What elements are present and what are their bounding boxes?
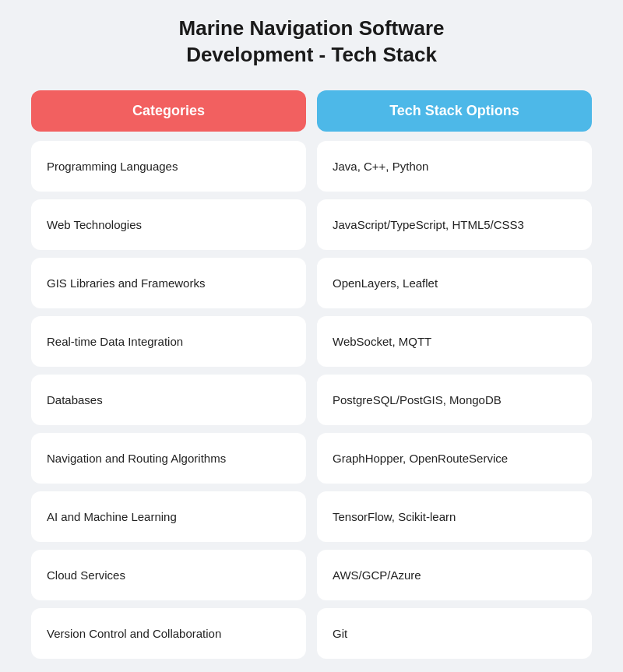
techstack-cell: Java, C++, Python — [317, 141, 592, 192]
category-cell: Real-time Data Integration — [31, 316, 306, 367]
techstack-cell: AWS/GCP/Azure — [317, 550, 592, 600]
page-container: Marine Navigation Software Development -… — [0, 0, 623, 672]
table-row: Version Control and CollaborationGit — [31, 608, 592, 659]
table-row: AI and Machine LearningTensorFlow, Sciki… — [31, 491, 592, 542]
table-row: Web TechnologiesJavaScript/TypeScript, H… — [31, 199, 592, 250]
category-cell: AI and Machine Learning — [31, 491, 306, 542]
table-row: Navigation and Routing AlgorithmsGraphHo… — [31, 433, 592, 484]
techstack-cell: JavaScript/TypeScript, HTML5/CSS3 — [317, 199, 592, 250]
category-cell: Web Technologies — [31, 199, 306, 250]
category-cell: Cloud Services — [31, 550, 306, 600]
category-cell: Programming Languages — [31, 141, 306, 192]
techstack-cell: OpenLayers, Leaflet — [317, 258, 592, 308]
techstack-cell: GraphHopper, OpenRouteService — [317, 433, 592, 484]
table-row: Real-time Data IntegrationWebSocket, MQT… — [31, 316, 592, 367]
category-cell: Databases — [31, 375, 306, 425]
table-row: DatabasesPostgreSQL/PostGIS, MongoDB — [31, 375, 592, 425]
techstack-cell: TensorFlow, Scikit-learn — [317, 491, 592, 542]
techstack-cell: Git — [317, 608, 592, 659]
techstack-cell: PostgreSQL/PostGIS, MongoDB — [317, 375, 592, 425]
techstack-cell: WebSocket, MQTT — [317, 316, 592, 367]
header-techstack: Tech Stack Options — [317, 90, 592, 132]
table-row: Programming LanguagesJava, C++, Python — [31, 141, 592, 192]
table-row: GIS Libraries and FrameworksOpenLayers, … — [31, 258, 592, 308]
category-cell: Navigation and Routing Algorithms — [31, 433, 306, 484]
table-header-row: Categories Tech Stack Options — [31, 90, 592, 132]
category-cell: GIS Libraries and Frameworks — [31, 258, 306, 308]
page-title: Marine Navigation Software Development -… — [31, 16, 592, 69]
table-row: Cloud ServicesAWS/GCP/Azure — [31, 550, 592, 600]
header-categories: Categories — [31, 90, 306, 132]
category-cell: Version Control and Collaboration — [31, 608, 306, 659]
table-body: Programming LanguagesJava, C++, PythonWe… — [31, 141, 592, 659]
